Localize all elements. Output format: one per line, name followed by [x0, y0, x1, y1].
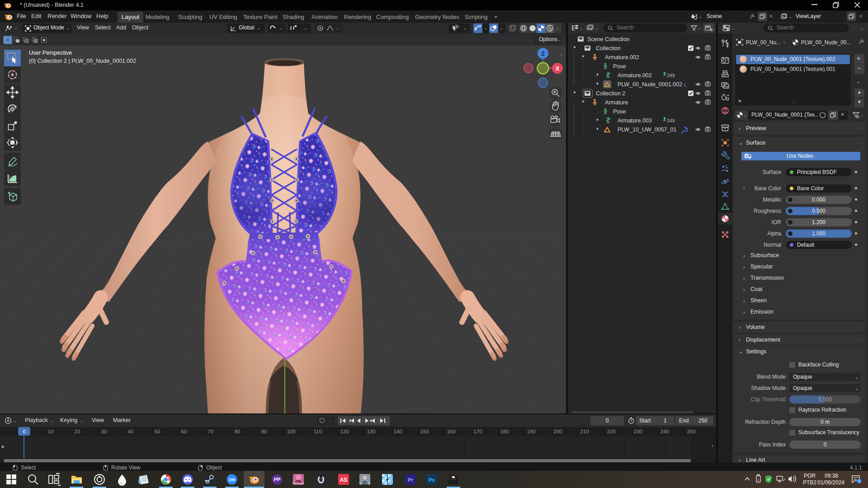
- svg-text:Z: Z: [541, 50, 545, 57]
- svg-text:AS: AS: [340, 477, 348, 483]
- svg-text:249: 249: [667, 118, 675, 123]
- svg-text:zm: zm: [229, 477, 235, 482]
- svg-text:Scene Collection: Scene Collection: [587, 36, 630, 42]
- svg-text:70: 70: [208, 429, 214, 434]
- svg-text:200: 200: [553, 429, 562, 434]
- svg-text:150: 150: [420, 429, 429, 434]
- svg-text:Pr: Pr: [408, 477, 414, 483]
- svg-text:180: 180: [500, 429, 509, 434]
- svg-text:PLW_10_UW_0057_01: PLW_10_UW_0057_01: [618, 127, 676, 133]
- svg-text:X: X: [556, 65, 560, 72]
- svg-text:60: 60: [181, 429, 187, 434]
- svg-text:SNNR DRMR: SNNR DRMR: [359, 482, 371, 484]
- svg-text:Armature.002: Armature.002: [618, 72, 652, 79]
- svg-text:210: 210: [580, 429, 589, 434]
- svg-text:Pose: Pose: [613, 108, 626, 115]
- svg-text:90: 90: [261, 429, 267, 434]
- svg-text:40: 40: [128, 429, 134, 434]
- svg-text:50: 50: [155, 429, 160, 434]
- svg-text:Collection 2: Collection 2: [596, 90, 625, 97]
- svg-text:230: 230: [633, 429, 642, 434]
- svg-text:Armature: Armature: [605, 99, 628, 106]
- svg-text:Armature.002: Armature.002: [605, 54, 639, 61]
- svg-text:80: 80: [235, 429, 241, 434]
- svg-text:170: 170: [473, 429, 482, 434]
- svg-text:160: 160: [447, 429, 455, 434]
- svg-text:‹: ‹: [712, 442, 713, 449]
- svg-text:Pose: Pose: [613, 63, 626, 70]
- svg-text:0: 0: [23, 429, 25, 434]
- svg-text:Armature.003: Armature.003: [618, 117, 652, 124]
- svg-text:140: 140: [393, 429, 402, 434]
- svg-text:1: 1: [858, 479, 860, 483]
- svg-text:30: 30: [101, 429, 107, 434]
- svg-text:250: 250: [687, 429, 695, 434]
- svg-text:10: 10: [48, 429, 54, 434]
- svg-text:220: 220: [607, 429, 615, 434]
- svg-text:PP: PP: [274, 477, 281, 482]
- svg-text:20: 20: [75, 429, 80, 434]
- svg-text:100: 100: [287, 429, 295, 434]
- svg-text:130: 130: [367, 429, 375, 434]
- svg-text:Collection: Collection: [596, 45, 621, 52]
- svg-text:249: 249: [667, 73, 675, 78]
- svg-text:240: 240: [660, 429, 669, 434]
- svg-text:190: 190: [527, 429, 535, 434]
- svg-text:110: 110: [314, 429, 322, 434]
- svg-text:PLW_00_Nude_0001.002: PLW_00_Nude_0001.002: [618, 81, 682, 88]
- svg-text:Ps: Ps: [429, 477, 435, 483]
- svg-text:120: 120: [340, 429, 349, 434]
- svg-text:Pea Browser: Pea Browser: [292, 482, 304, 484]
